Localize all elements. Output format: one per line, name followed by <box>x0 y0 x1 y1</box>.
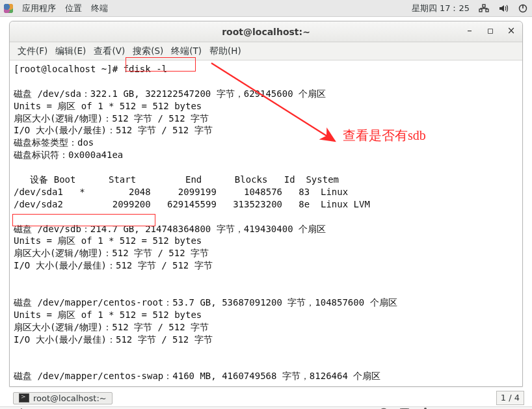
power-icon[interactable] <box>518 3 528 14</box>
taskbar-item-label: root@localhost:~ <box>33 393 107 403</box>
menu-edit[interactable]: 编辑(E) <box>53 44 88 59</box>
outer-status-bar: Ctrl+G。 <box>0 406 532 409</box>
menu-search[interactable]: 搜索(S) <box>130 44 166 59</box>
gnome-top-panel: 应用程序 位置 终端 星期四 17：25 <box>0 0 532 17</box>
terminal-menubar: 文件(F) 编辑(E) 查看(V) 搜索(S) 终端(T) 帮助(H) <box>10 42 522 60</box>
close-button[interactable]: × <box>504 24 518 38</box>
gnome-window-list: root@localhost:~ 1 / 4 <box>9 389 528 406</box>
panel-applications[interactable]: 应用程序 <box>22 3 56 14</box>
menu-terminal[interactable]: 终端(T) <box>168 44 204 59</box>
gnome-logo-icon <box>4 4 13 13</box>
panel-clock[interactable]: 星期四 17：25 <box>412 3 470 14</box>
panel-places[interactable]: 位置 <box>65 3 82 14</box>
workspace-pager[interactable]: 1 / 4 <box>496 391 524 405</box>
terminal-icon <box>19 393 29 402</box>
menu-help[interactable]: 帮助(H) <box>207 44 244 59</box>
terminal-title: root@localhost:~ <box>222 27 310 37</box>
terminal-window: root@localhost:~ – ▫ × 文件(F) 编辑(E) 查看(V)… <box>9 21 523 387</box>
svg-rect-1 <box>486 9 488 12</box>
svg-rect-0 <box>479 9 482 12</box>
volume-icon[interactable] <box>498 3 509 14</box>
taskbar-item-terminal[interactable]: root@localhost:~ <box>13 392 113 404</box>
panel-terminal[interactable]: 终端 <box>91 3 108 14</box>
maximize-button[interactable]: ▫ <box>483 24 498 38</box>
minimize-button[interactable]: – <box>462 24 477 38</box>
network-icon[interactable] <box>479 3 489 14</box>
terminal-titlebar[interactable]: root@localhost:~ – ▫ × <box>10 21 522 42</box>
svg-rect-2 <box>483 5 485 7</box>
editor-frame: root@localhost:~ – ▫ × 文件(F) 编辑(E) 查看(V)… <box>0 17 532 409</box>
menu-view[interactable]: 查看(V) <box>91 44 127 59</box>
terminal-output[interactable]: [root@localhost ~]# fdisk -l 磁盘 /dev/sda… <box>10 60 522 386</box>
menu-file[interactable]: 文件(F) <box>15 44 50 59</box>
